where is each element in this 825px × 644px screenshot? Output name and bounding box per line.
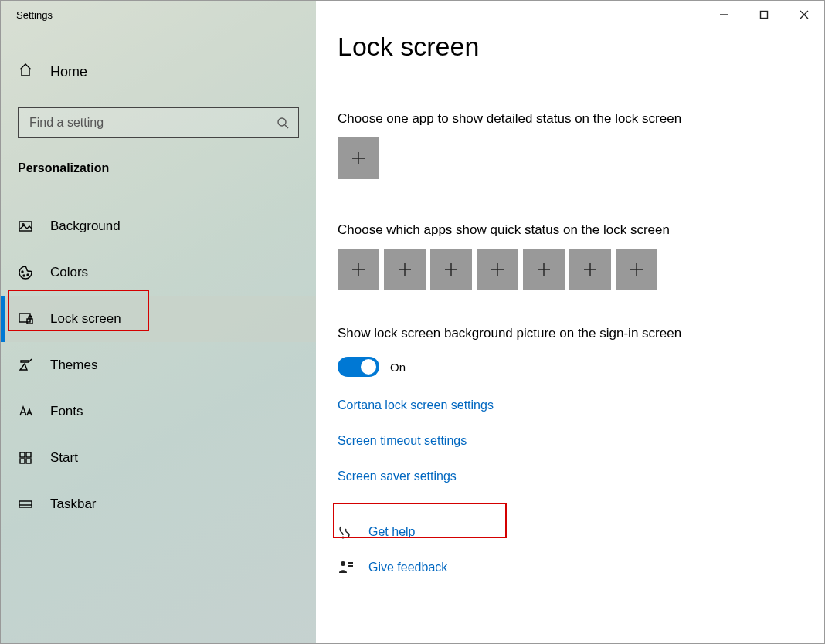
signin-bg-label: Show lock screen background picture on t… [338,326,824,341]
link-screen-timeout[interactable]: Screen timeout settings [338,434,467,448]
svg-point-17 [341,561,345,566]
quick-status-slot[interactable] [523,249,565,290]
lock-screen-icon [18,311,33,327]
search-input[interactable] [28,115,277,130]
link-screen-saver[interactable]: Screen saver settings [338,469,457,483]
signin-bg-toggle-state: On [390,361,406,374]
sidebar: Settings Home Personalization Backgr [1,1,316,643]
search-box[interactable] [18,107,299,138]
svg-rect-11 [26,459,31,463]
svg-rect-12 [19,501,32,507]
sidebar-item-label: Taskbar [50,497,97,512]
titlebar-buttons [704,1,824,29]
help-icon [338,524,355,541]
sidebar-item-background[interactable]: Background [1,203,316,249]
close-button[interactable] [784,1,824,29]
detailed-status-label: Choose one app to show detailed status o… [338,111,824,127]
signin-bg-toggle[interactable] [338,357,379,377]
sidebar-item-colors[interactable]: Colors [1,249,316,296]
sidebar-item-label: Lock screen [50,311,121,327]
quick-status-slot[interactable] [477,249,518,290]
svg-rect-15 [761,12,768,19]
themes-icon [18,358,33,373]
link-cortana-lock-screen[interactable]: Cortana lock screen settings [338,398,494,412]
search-icon [277,117,289,129]
palette-icon [18,265,33,280]
content-area: Lock screen Choose one app to show detai… [316,1,824,643]
home-label: Home [50,64,87,80]
sidebar-item-label: Fonts [50,404,83,419]
sidebar-item-lock-screen[interactable]: Lock screen [1,296,316,342]
sidebar-item-label: Background [50,219,121,234]
svg-point-4 [23,275,25,276]
nav-list: Background Colors Lock screen Themes [1,203,316,527]
svg-rect-9 [26,452,31,457]
home-icon [18,63,33,82]
svg-point-16 [342,537,344,538]
home-button[interactable]: Home [1,50,316,93]
quick-status-slot[interactable] [338,249,379,290]
sidebar-item-label: Start [50,450,78,466]
quick-status-slot[interactable] [384,249,426,290]
sidebar-item-start[interactable]: Start [1,435,316,481]
search-wrap [18,107,299,138]
group-label: Personalization [18,161,316,175]
sidebar-item-fonts[interactable]: Fonts [1,388,316,435]
page-title: Lock screen [338,32,824,62]
window-title-row: Settings [1,1,316,29]
feedback-icon [338,559,355,576]
svg-rect-10 [20,459,25,463]
give-feedback-label: Give feedback [368,561,447,575]
give-feedback-link[interactable]: Give feedback [338,559,824,576]
quick-status-slot[interactable] [569,249,611,290]
sidebar-item-label: Themes [50,358,97,373]
sidebar-item-label: Colors [50,265,88,280]
fonts-icon [18,404,33,419]
quick-status-slots [338,249,824,290]
quick-status-label: Choose which apps show quick status on t… [338,222,824,238]
settings-window: Settings Home Personalization Backgr [0,0,825,644]
window-title: Settings [16,9,53,21]
sidebar-item-taskbar[interactable]: Taskbar [1,481,316,527]
minimize-button[interactable] [704,1,744,29]
quick-status-slot[interactable] [616,249,657,290]
picture-icon [18,219,33,234]
get-help-label: Get help [368,525,415,539]
svg-point-3 [22,271,23,273]
detailed-status-slot[interactable] [338,137,379,179]
get-help-link[interactable]: Get help [338,524,824,541]
svg-point-0 [278,118,286,126]
maximize-button[interactable] [744,1,784,29]
svg-point-5 [27,274,29,276]
footer-links: Get help Give feedback [338,524,824,576]
quick-status-slot[interactable] [430,249,472,290]
svg-rect-8 [20,452,25,457]
taskbar-icon [18,497,33,512]
start-icon [18,450,33,466]
sidebar-item-themes[interactable]: Themes [1,342,316,388]
